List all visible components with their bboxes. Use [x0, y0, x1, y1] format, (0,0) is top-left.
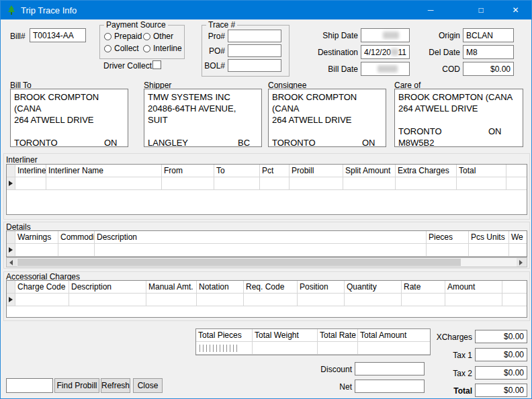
origin-field[interactable]: BCLAN [463, 28, 514, 42]
care-of-address-box[interactable]: BROOK CROMPTON (CANA 264 ATWELL DRIVE TO… [394, 89, 523, 147]
column-header[interactable]: To [214, 165, 260, 177]
column-header[interactable]: Pct [260, 165, 290, 177]
column-header[interactable]: Amount [445, 281, 502, 293]
radio-circle-icon [104, 33, 112, 40]
row-selector-icon [9, 247, 13, 253]
total-weight-cell [253, 342, 318, 354]
destination-field[interactable]: 4/12/20 11 [361, 45, 410, 59]
details-horizontal-scrollbar[interactable] [6, 257, 527, 267]
origin-label: Origin [420, 31, 460, 40]
header-selector-cell [7, 281, 15, 293]
column-header[interactable]: Extra Charges [396, 165, 457, 177]
column-header[interactable]: Pieces [427, 231, 469, 243]
total-field[interactable]: $0.00 [475, 384, 527, 397]
tax2-value: $0.00 [504, 368, 524, 378]
address-name: TMW SYSTEMS INC [148, 91, 258, 103]
tax2-label: Tax 2 [418, 369, 472, 378]
consignee-address-box[interactable]: BROOK CROMPTON (CANA 264 ATWELL DRIVE TO… [268, 89, 386, 147]
scroll-left-icon[interactable] [7, 258, 17, 267]
column-header[interactable]: Pcs Units [469, 231, 509, 243]
column-header[interactable]: Commodity [58, 231, 95, 243]
titlebar[interactable]: Trip Trace Info ─ □ ✕ [1, 1, 531, 19]
column-header[interactable]: Split Amount [343, 165, 396, 177]
po-number-field[interactable] [228, 44, 281, 57]
radio-collect[interactable]: Collect [104, 44, 139, 53]
scroll-right-icon[interactable] [517, 258, 527, 267]
bill-number-value: T00134-AA [33, 31, 74, 40]
radio-label: Collect [114, 44, 139, 53]
address-province: ON [362, 137, 375, 147]
column-header[interactable]: Description [95, 231, 427, 243]
find-probill-button[interactable]: Find Probill [54, 378, 99, 393]
bol-number-label: BOL# [202, 61, 225, 71]
del-date-value: M8 [466, 48, 478, 57]
xcharges-field[interactable]: $0.00 [475, 330, 527, 343]
address-street: 264 ATWELL DRIVE [272, 114, 382, 126]
column-header[interactable]: Probill [290, 165, 343, 177]
column-header[interactable]: Warnings [15, 231, 58, 243]
driver-collect-label: Driver Collect [103, 61, 152, 71]
radio-other[interactable]: Other [143, 32, 173, 41]
row-selector-cell[interactable] [7, 244, 15, 256]
column-header[interactable]: Interliner [15, 165, 46, 177]
row-selector-cell[interactable] [7, 177, 15, 189]
column-header[interactable]: Quantity [345, 281, 402, 293]
pro-number-field[interactable] [228, 30, 281, 42]
maximize-button[interactable]: □ [464, 1, 498, 19]
column-header[interactable]: From [162, 165, 214, 177]
cod-field[interactable]: $0.00 [463, 62, 514, 76]
accessorial-empty-row[interactable] [7, 294, 527, 306]
tax1-field[interactable]: $0.00 [475, 348, 527, 361]
net-field[interactable] [355, 380, 425, 393]
redacted-tally-marks [200, 345, 238, 352]
tax2-field[interactable]: $0.00 [475, 366, 527, 380]
app-icon[interactable] [6, 5, 17, 15]
total-pieces-cell [196, 342, 253, 354]
details-empty-row[interactable] [7, 244, 527, 257]
radio-circle-icon [143, 33, 150, 40]
column-header[interactable]: Total [457, 165, 506, 177]
radio-prepaid[interactable]: Prepaid [104, 32, 142, 41]
row-selector-icon [9, 297, 13, 302]
bill-number-label: Bill# [10, 32, 26, 41]
column-header[interactable]: Position [298, 281, 345, 293]
column-header[interactable]: Manual Amt. [146, 281, 197, 293]
bol-number-field[interactable] [228, 59, 281, 72]
pro-number-label: Pro# [202, 32, 225, 41]
interliner-empty-row[interactable] [7, 177, 527, 190]
del-date-field[interactable]: M8 [463, 45, 514, 59]
address-province: BC [238, 137, 250, 147]
total-rate-cell [318, 342, 358, 354]
minimize-button[interactable]: ─ [414, 1, 447, 19]
radio-circle-icon [143, 45, 150, 52]
column-header[interactable]: We [509, 231, 527, 243]
column-header[interactable]: Rate [402, 281, 445, 293]
column-header[interactable]: Notation [197, 281, 244, 293]
bill-number-field[interactable]: T00134-AA [30, 28, 86, 42]
bill-to-address-box[interactable]: BROOK CROMPTON (CANA 264 ATWELL DRIVE TO… [10, 89, 128, 147]
close-button[interactable]: ✕ [499, 1, 532, 19]
column-header[interactable]: Req. Code [244, 281, 298, 293]
header-selector-cell [7, 231, 15, 243]
driver-collect-checkbox[interactable] [152, 60, 161, 69]
header-selector-cell [7, 165, 15, 177]
close-dialog-button[interactable]: Close [133, 378, 163, 393]
shipper-address-box[interactable]: TMW SYSTEMS INC 20486-64TH AVENUE, SUIT … [144, 89, 262, 147]
radio-circle-icon [104, 45, 112, 52]
probill-search-input[interactable] [6, 378, 53, 393]
row-selector-cell[interactable] [7, 294, 15, 306]
column-header[interactable]: Interliner Name [46, 165, 162, 177]
close-button-label: Close [138, 381, 159, 390]
bill-date-field[interactable] [361, 62, 410, 76]
scrollbar-thumb[interactable] [17, 259, 461, 266]
interliner-grid: Interliner Interliner Name From To Pct P… [6, 164, 527, 215]
discount-field[interactable] [355, 362, 425, 375]
radio-interline[interactable]: Interline [143, 44, 182, 53]
column-header[interactable]: Charge Code [15, 281, 69, 293]
refresh-button[interactable]: Refresh [101, 378, 130, 393]
ship-date-field[interactable] [361, 28, 410, 42]
column-header[interactable]: Description [69, 281, 146, 293]
column-header: Total Pieces [196, 329, 253, 341]
totals-header-row: Total Pieces Total Weight Total Rate Tot… [196, 329, 430, 342]
xcharges-value: $0.00 [504, 332, 524, 341]
